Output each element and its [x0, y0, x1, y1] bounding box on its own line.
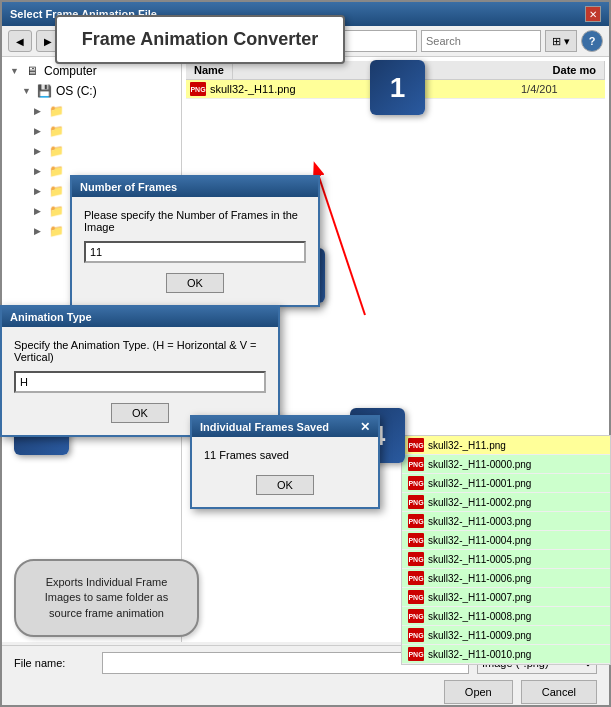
action-row: Open Cancel [14, 680, 597, 704]
expander-f6: ▶ [34, 206, 44, 216]
sidebar-label-drive: OS (C:) [56, 84, 97, 98]
dialog-saved-body: 11 Frames saved OK [192, 437, 378, 507]
list-item[interactable]: PNGskull32-_H11-0006.png [402, 569, 610, 588]
dialog-anim-title: Animation Type [2, 307, 278, 327]
list-item[interactable]: PNGskull32-_H11.png [402, 436, 610, 455]
list-item[interactable]: PNGskull32-_H11-0009.png [402, 626, 610, 645]
folder-icon-7: 📁 [48, 223, 64, 239]
expander-f1: ▶ [34, 106, 44, 116]
expander-f2: ▶ [34, 126, 44, 136]
sidebar-item-folder-3[interactable]: ▶ 📁 [6, 141, 177, 161]
callout-converter: Frame Animation Converter [55, 15, 345, 64]
exports-callout-text: Exports Individual Frame Images to same … [45, 576, 169, 619]
expander-drive: ▼ [22, 86, 32, 96]
png-icon: PNG [408, 609, 424, 623]
list-item-name: skull32-_H11-0010.png [428, 649, 531, 660]
close-button[interactable]: ✕ [585, 6, 601, 22]
sidebar-item-folder-1[interactable]: ▶ 📁 [6, 101, 177, 121]
list-item[interactable]: PNGskull32-_H11-0003.png [402, 512, 610, 531]
dialog-saved-message: 11 Frames saved [204, 449, 366, 461]
list-item-name: skull32-_H11-0001.png [428, 478, 531, 489]
sidebar-label-computer: Computer [44, 64, 97, 78]
frames-input[interactable] [84, 241, 306, 263]
list-item[interactable]: PNGskull32-_H11-0005.png [402, 550, 610, 569]
expander-icon: ▼ [10, 66, 20, 76]
anim-ok-button[interactable]: OK [111, 403, 169, 423]
views-button[interactable]: ⊞ ▾ [545, 30, 577, 52]
list-item-name: skull32-_H11-0007.png [428, 592, 531, 603]
list-item[interactable]: PNGskull32-_H11-0010.png [402, 645, 610, 664]
list-item-name: skull32-_H11.png [428, 440, 506, 451]
png-icon: PNG [408, 495, 424, 509]
folder-icon-1: 📁 [48, 103, 64, 119]
exports-callout: Exports Individual Frame Images to same … [14, 559, 199, 637]
sidebar-item-computer[interactable]: ▼ 🖥 Computer [6, 61, 177, 81]
png-icon: PNG [408, 590, 424, 604]
badge-1: 1 [370, 60, 425, 115]
file-name-text: skull32-_H11.png [210, 83, 296, 95]
list-item-name: skull32-_H11-0005.png [428, 554, 531, 565]
dialog-saved: Individual Frames Saved ✕ 11 Frames save… [190, 415, 380, 509]
list-item-name: skull32-_H11-0002.png [428, 497, 531, 508]
folder-icon-3: 📁 [48, 143, 64, 159]
list-item-name: skull32-_H11-0008.png [428, 611, 531, 622]
back-button[interactable]: ◀ [8, 30, 32, 52]
open-button[interactable]: Open [444, 680, 513, 704]
sidebar-item-folder-2[interactable]: ▶ 📁 [6, 121, 177, 141]
png-icon: PNG [190, 82, 206, 96]
list-item[interactable]: PNGskull32-_H11-0004.png [402, 531, 610, 550]
cancel-button[interactable]: Cancel [521, 680, 597, 704]
folder-icon-5: 📁 [48, 183, 64, 199]
expander-f3: ▶ [34, 146, 44, 156]
dialog-frames: Number of Frames Please specify the Numb… [70, 175, 320, 307]
anim-input[interactable] [14, 371, 266, 393]
folder-icon-4: 📁 [48, 163, 64, 179]
saved-ok-button[interactable]: OK [256, 475, 314, 495]
list-item[interactable]: PNGskull32-_H11-0001.png [402, 474, 610, 493]
expander-f4: ▶ [34, 166, 44, 176]
list-item-name: skull32-_H11-0003.png [428, 516, 531, 527]
date-column-header: Date mo [545, 61, 605, 79]
png-icon: PNG [408, 571, 424, 585]
list-item-name: skull32-_H11-0000.png [428, 459, 531, 470]
list-item[interactable]: PNGskull32-_H11-0008.png [402, 607, 610, 626]
png-icon: PNG [408, 533, 424, 547]
list-item-name: skull32-_H11-0004.png [428, 535, 531, 546]
list-item[interactable]: PNGskull32-_H11-0000.png [402, 455, 610, 474]
list-item[interactable]: PNGskull32-_H11-0002.png [402, 493, 610, 512]
file-date: 1/4/201 [521, 83, 601, 95]
dialog-saved-title: Individual Frames Saved ✕ [192, 417, 378, 437]
png-icon: PNG [408, 552, 424, 566]
dialog-frames-body: Please specify the Number of Frames in t… [72, 197, 318, 305]
png-icon: PNG [408, 514, 424, 528]
folder-icon-2: 📁 [48, 123, 64, 139]
folder-icon-6: 📁 [48, 203, 64, 219]
file-list-panel: PNGskull32-_H11.pngPNGskull32-_H11-0000.… [401, 435, 611, 665]
expander-f7: ▶ [34, 226, 44, 236]
dialog-saved-close[interactable]: ✕ [360, 421, 370, 433]
frames-ok-button[interactable]: OK [166, 273, 224, 293]
dialog-anim-message: Specify the Animation Type. (H = Horizon… [14, 339, 266, 363]
expander-f5: ▶ [34, 186, 44, 196]
dialog-frames-message: Please specify the Number of Frames in t… [84, 209, 306, 233]
search-input[interactable] [421, 30, 541, 52]
list-item[interactable]: PNGskull32-_H11-0007.png [402, 588, 610, 607]
png-icon: PNG [408, 628, 424, 642]
drive-icon: 💾 [36, 83, 52, 99]
computer-icon: 🖥 [24, 63, 40, 79]
png-icon: PNG [408, 647, 424, 661]
list-item-name: skull32-_H11-0006.png [428, 573, 531, 584]
converter-title: Frame Animation Converter [73, 29, 327, 50]
dialog-saved-title-text: Individual Frames Saved [200, 421, 329, 433]
sidebar-item-drive[interactable]: ▼ 💾 OS (C:) [6, 81, 177, 101]
filename-label: File name: [14, 657, 94, 669]
file-name: PNG skull32-_H11.png [190, 82, 521, 96]
list-item-name: skull32-_H11-0009.png [428, 630, 531, 641]
png-icon: PNG [408, 457, 424, 471]
png-icon: PNG [408, 476, 424, 490]
help-button[interactable]: ? [581, 30, 603, 52]
dialog-frames-title: Number of Frames [72, 177, 318, 197]
png-icon: PNG [408, 438, 424, 452]
